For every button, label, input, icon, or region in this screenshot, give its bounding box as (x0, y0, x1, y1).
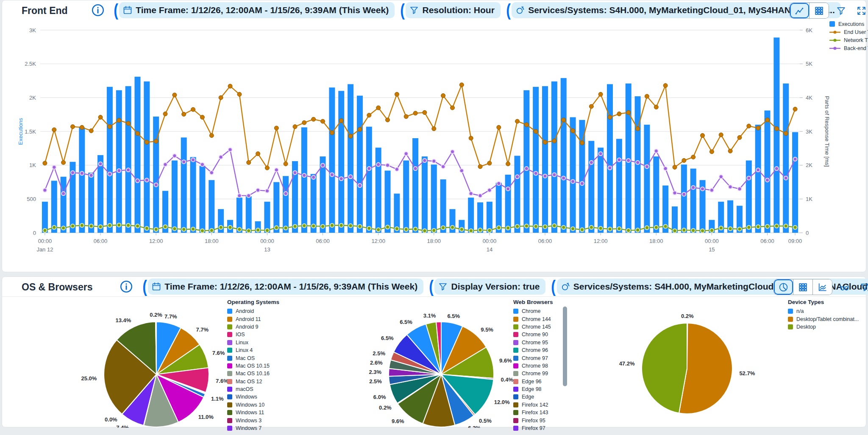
data-point[interactable] (284, 162, 288, 166)
legend-item[interactable]: Chrome (513, 307, 551, 315)
data-point[interactable] (562, 176, 565, 180)
data-point[interactable] (728, 149, 732, 153)
data-point[interactable] (386, 163, 389, 167)
data-point[interactable] (459, 83, 464, 87)
data-point[interactable] (626, 159, 630, 162)
data-point[interactable] (275, 226, 278, 230)
data-point[interactable] (228, 148, 232, 152)
data-point[interactable] (543, 174, 547, 178)
data-point[interactable] (349, 224, 353, 228)
bar[interactable] (273, 182, 279, 233)
data-point[interactable] (43, 161, 47, 165)
legend-scrollbar[interactable] (563, 307, 567, 386)
data-point[interactable] (404, 114, 408, 119)
bar[interactable] (61, 177, 67, 233)
data-point[interactable] (89, 173, 93, 177)
data-point[interactable] (589, 104, 593, 109)
data-point[interactable] (136, 131, 140, 136)
bar[interactable] (468, 198, 474, 233)
data-point[interactable] (275, 168, 278, 172)
data-point[interactable] (543, 140, 547, 145)
data-point[interactable] (321, 224, 325, 228)
bar[interactable] (551, 81, 557, 233)
data-point[interactable] (645, 165, 649, 168)
data-point[interactable] (636, 127, 640, 131)
data-point[interactable] (654, 105, 658, 109)
legend-item[interactable]: Android (227, 307, 270, 315)
bar[interactable] (496, 183, 502, 233)
data-point[interactable] (497, 226, 501, 230)
data-point[interactable] (145, 178, 149, 182)
data-point[interactable] (358, 224, 362, 228)
data-point[interactable] (330, 223, 334, 227)
bar[interactable] (570, 117, 576, 233)
data-point[interactable] (182, 160, 186, 164)
data-point[interactable] (293, 171, 297, 175)
filter-button[interactable] (856, 279, 868, 295)
data-point[interactable] (126, 223, 130, 227)
data-point[interactable] (654, 149, 658, 153)
legend-item[interactable]: Windows 7 (227, 424, 270, 432)
data-point[interactable] (598, 92, 603, 96)
data-point[interactable] (117, 223, 121, 227)
data-point[interactable] (506, 226, 510, 230)
bar[interactable] (51, 181, 57, 233)
data-point[interactable] (209, 134, 214, 138)
data-point[interactable] (636, 228, 640, 232)
data-point[interactable] (145, 226, 149, 230)
legend-item[interactable]: Chrome 98 (513, 362, 551, 370)
data-point[interactable] (71, 125, 75, 129)
data-point[interactable] (552, 173, 556, 177)
data-point[interactable] (654, 226, 658, 229)
data-point[interactable] (330, 131, 334, 135)
data-point[interactable] (413, 111, 417, 115)
data-point[interactable] (71, 171, 75, 175)
data-point[interactable] (701, 187, 704, 191)
data-point[interactable] (562, 118, 566, 122)
filter-chip[interactable]: (Display Version: true (428, 279, 545, 295)
bar[interactable] (376, 148, 381, 233)
data-point[interactable] (108, 125, 112, 129)
data-point[interactable] (562, 226, 565, 229)
data-point[interactable] (645, 94, 649, 98)
pie-view-button[interactable] (774, 279, 793, 295)
data-point[interactable] (247, 160, 251, 165)
data-point[interactable] (626, 229, 630, 232)
data-point[interactable] (339, 177, 343, 181)
data-point[interactable] (395, 92, 399, 96)
legend-item[interactable]: Windows 11 (227, 409, 270, 416)
bar[interactable] (765, 111, 771, 233)
data-point[interactable] (302, 173, 306, 177)
bar[interactable] (792, 132, 798, 233)
data-point[interactable] (673, 165, 677, 169)
legend-item[interactable]: Mac OS 10.16 (227, 370, 270, 377)
info-icon[interactable] (119, 279, 134, 294)
bar[interactable] (190, 157, 196, 233)
data-point[interactable] (265, 189, 269, 193)
bar[interactable] (422, 156, 428, 233)
data-point[interactable] (626, 110, 631, 114)
legend-item[interactable]: Windows (227, 393, 270, 401)
legend-item[interactable]: n/a (788, 307, 859, 315)
data-point[interactable] (451, 150, 454, 153)
data-point[interactable] (339, 223, 343, 227)
data-point[interactable] (154, 183, 158, 187)
data-point[interactable] (525, 224, 529, 228)
data-point[interactable] (348, 134, 353, 138)
data-point[interactable] (191, 227, 195, 231)
data-point[interactable] (701, 229, 704, 233)
data-point[interactable] (747, 176, 751, 180)
bar[interactable] (690, 169, 696, 233)
data-point[interactable] (367, 167, 371, 170)
data-point[interactable] (219, 226, 223, 229)
data-point[interactable] (673, 229, 677, 233)
data-point[interactable] (182, 112, 186, 116)
bar[interactable] (653, 156, 659, 233)
data-point[interactable] (432, 159, 436, 163)
data-point[interactable] (590, 161, 593, 165)
data-point[interactable] (52, 128, 56, 132)
data-point[interactable] (312, 176, 315, 179)
data-point[interactable] (349, 175, 353, 178)
data-point[interactable] (738, 187, 742, 191)
bar[interactable] (366, 127, 372, 233)
